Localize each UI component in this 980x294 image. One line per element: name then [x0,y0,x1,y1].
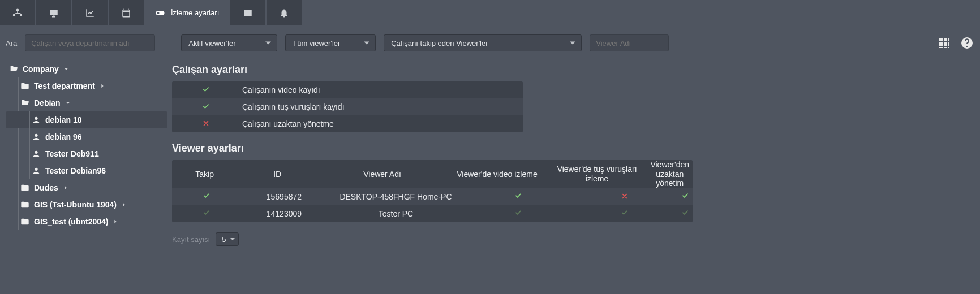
user-icon [32,149,41,158]
col-keys: Viewer'de tuş vuruşları izleme [547,165,647,184]
tree-item-label: Tester Debian96 [45,166,106,175]
tree-item-tester-debian96[interactable]: Tester Debian96 [6,162,167,179]
tab-monitoring-settings[interactable]: İzleme ayarları [145,0,229,25]
chart-icon [85,8,95,18]
filter-tracking-viewers-label: Çalışanı takip eden Viewer'ler [391,39,488,47]
main-area: Company Test department De [0,57,980,294]
viewer-table: Takip ID Viewer Adı Viewer'de video izle… [172,160,693,222]
caret-right-icon [100,83,105,89]
search-label: Ara [6,39,17,47]
tab-notifications[interactable] [267,0,302,25]
tab-monitoring-settings-label: İzleme ayarları [171,8,219,17]
caret-down-icon [63,66,69,72]
tree-item-debian[interactable]: Debian [6,94,167,111]
check-icon [202,85,210,95]
filter-active-viewers[interactable]: Aktif viewer'ler [181,34,277,51]
employee-setting-row: Çalışanın tuş vuruşları kayıdı [172,98,523,115]
cross-icon [621,192,628,202]
tree-item-label: debian 96 [45,132,82,141]
top-tabbar: İzleme ayarları [0,0,980,25]
viewer-table-row[interactable]: 14123009 Tester PC [172,205,693,222]
col-remote: Viewer'den uzaktan yönetim [647,160,693,188]
id-card-icon [243,8,253,18]
col-track: Takip [172,170,237,179]
chevron-down-icon [265,42,271,45]
tree-item-debian96[interactable]: debian 96 [6,128,167,145]
col-video: Viewer'de video izleme [447,170,547,179]
sidebar: Company Test department De [0,57,170,294]
viewer-name-input[interactable] [590,34,669,51]
tree-item-label: Test department [34,81,95,90]
tree-item-debian10[interactable]: debian 10 [6,111,167,128]
sitemap-icon [12,8,23,18]
folder-icon [20,217,29,226]
tree-item-label: Tester Deb911 [45,149,99,158]
filter-tracking-viewers[interactable]: Çalışanı takip eden Viewer'ler [384,34,582,51]
tree-item-label: debian 10 [45,115,82,124]
employee-setting-row: Çalışanı uzaktan yönetme [172,115,523,132]
tree-item-tester-deb911[interactable]: Tester Deb911 [6,145,167,162]
filter-all-viewers[interactable]: Tüm viewer'ler [285,34,376,51]
check-icon [681,192,689,202]
calendar-icon [121,8,131,18]
cell-name: Tester PC [326,209,465,219]
cell-id: 15695872 [242,192,327,202]
grid-view-button[interactable] [937,36,952,50]
tree-item-gis-test-ubnt[interactable]: GIS_test (ubnt2004) [6,213,167,230]
tab-org[interactable] [0,0,35,25]
folder-open-icon [9,64,18,74]
check-icon [681,209,689,219]
tab-monitor[interactable] [36,0,71,25]
tree-item-label: GIS (Tst-Ubuntu 1904) [34,200,117,209]
help-button[interactable] [960,36,974,50]
check-icon [514,192,522,202]
cell-name: DESKTOP-458FHGF Home-PC [326,192,465,202]
help-icon [960,36,974,50]
chevron-down-icon [570,42,575,45]
tab-chart[interactable] [72,0,108,25]
chevron-down-icon [230,238,235,240]
bell-icon [279,8,289,18]
folder-icon [20,81,29,90]
tree-item-label: Dudes [34,183,58,192]
check-icon [202,102,210,112]
viewer-table-row[interactable]: 15695872 DESKTOP-458FHGF Home-PC [172,188,693,205]
folder-icon [20,183,29,192]
filter-all-viewers-label: Tüm viewer'ler [293,39,340,47]
tab-calendar[interactable] [109,0,144,25]
viewer-table-header: Takip ID Viewer Adı Viewer'de video izle… [172,160,693,188]
employee-setting-row: Çalışanın video kayıdı [172,81,523,98]
grid-icon [938,36,951,50]
user-icon [32,166,41,175]
cell-id: 14123009 [242,209,327,219]
pager-size-value: 5 [222,235,226,244]
viewer-settings-title: Viewer ayarları [172,142,969,154]
check-icon [203,192,210,202]
filter-active-viewers-label: Aktif viewer'ler [188,39,235,47]
folder-open-icon [20,98,29,107]
tree-item-gis-tst-ubuntu[interactable]: GIS (Tst-Ubuntu 1904) [6,196,167,213]
monitor-icon [49,8,59,18]
tree-item-label: Debian [34,98,61,107]
pager-size-select[interactable]: 5 [216,232,239,246]
filter-row: Ara Aktif viewer'ler Tüm viewer'ler Çalı… [0,25,980,57]
tree-item-dudes[interactable]: Dudes [6,179,167,196]
pager-label: Kayıt sayısı [172,235,210,244]
content: Çalışan ayarları Çalışanın video kayıdı … [170,57,980,294]
search-input[interactable] [25,34,155,51]
folder-icon [20,200,29,209]
user-icon [32,132,41,141]
caret-right-icon [113,219,118,224]
chevron-down-icon [364,42,369,45]
employee-setting-label: Çalışanın tuş vuruşları kayıdı [240,102,523,111]
employee-settings-panel: Çalışanın video kayıdı Çalışanın tuş vur… [172,81,523,132]
user-icon [32,115,41,124]
caret-down-icon [65,100,71,106]
employee-settings-title: Çalışan ayarları [172,64,969,76]
caret-right-icon [121,202,127,207]
check-icon [203,209,210,219]
col-id: ID [237,170,317,179]
tree-root-company[interactable]: Company [6,60,167,77]
tree-item-test-department[interactable]: Test department [6,77,167,94]
tab-id-card[interactable] [230,0,265,25]
